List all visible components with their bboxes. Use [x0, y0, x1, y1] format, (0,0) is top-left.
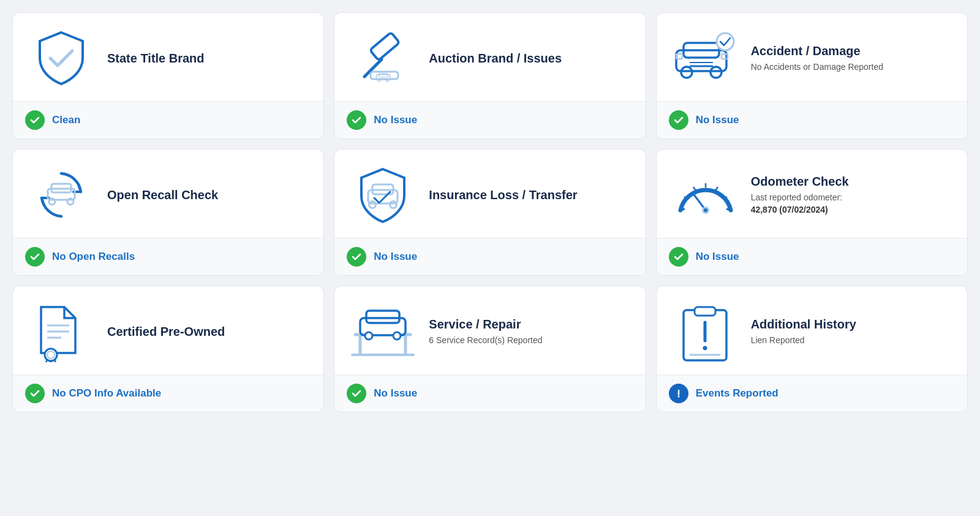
status-icon-green: [669, 247, 688, 267]
svg-point-22: [369, 202, 376, 208]
card-title: Certified Pre-Owned: [107, 324, 225, 340]
card-title: Open Recall Check: [107, 187, 218, 203]
card-top: Open Recall Check: [13, 150, 323, 238]
svg-rect-2: [371, 72, 398, 79]
svg-line-30: [726, 209, 731, 210]
card-info: Service / Repair 6 Service Record(s) Rep…: [429, 316, 542, 347]
card-auction-brand: Auction Brand / Issues No Issue: [334, 12, 646, 139]
card-info: Open Recall Check: [107, 187, 218, 203]
svg-point-18: [49, 199, 55, 205]
card-subtitle: 6 Service Record(s) Reported: [429, 335, 542, 347]
card-title: Odometer Check: [751, 173, 849, 189]
status-label: Events Reported: [696, 387, 778, 400]
card-top: State Title Brand: [13, 13, 323, 101]
card-top: Certified Pre-Owned: [13, 286, 323, 374]
speedometer-icon: [671, 167, 739, 222]
card-top: Additional History Lien Reported: [657, 286, 967, 374]
status-icon-green: [347, 110, 366, 130]
svg-line-24: [680, 209, 685, 210]
card-title: Auction Brand / Issues: [429, 50, 562, 66]
card-info: State Title Brand: [107, 50, 205, 66]
card-open-recall: Open Recall Check No Open Recalls: [12, 149, 324, 276]
svg-rect-4: [379, 74, 388, 77]
svg-point-45: [365, 332, 372, 340]
status-icon-green: [669, 110, 688, 130]
status-icon-green: [25, 384, 45, 403]
card-accident-damage: Accident / Damage No Accidents or Damage…: [656, 12, 968, 139]
status-icon-green: [347, 247, 366, 267]
card-bottom: No Issue: [657, 101, 967, 138]
document-exclaim-icon: [671, 301, 739, 362]
card-subtitle: Last reported odometer:42,870 (07/02/202…: [751, 192, 849, 216]
svg-point-23: [390, 202, 397, 208]
card-info: Auction Brand / Issues: [429, 50, 562, 66]
card-top: Odometer Check Last reported odometer:42…: [657, 150, 967, 238]
card-certified-pre-owned: Certified Pre-Owned No CPO Info Availabl…: [12, 286, 324, 412]
status-icon-green: [347, 384, 366, 403]
status-icon-blue: [669, 384, 688, 403]
card-additional-history: Additional History Lien Reported Events …: [656, 286, 968, 412]
svg-point-46: [393, 332, 401, 340]
gavel-icon: [349, 28, 417, 89]
card-title: State Title Brand: [107, 50, 205, 66]
card-info: Additional History Lien Reported: [751, 316, 856, 347]
svg-line-28: [715, 187, 718, 191]
status-label: Clean: [52, 114, 80, 126]
card-info: Insurance Loss / Transfer: [429, 187, 577, 203]
status-label: No Issue: [374, 251, 417, 263]
card-info: Accident / Damage No Accidents or Damage…: [751, 43, 883, 74]
status-label: No Open Recalls: [52, 251, 135, 263]
card-subtitle: Lien Reported: [751, 335, 856, 347]
status-label: No Issue: [374, 114, 417, 126]
svg-point-15: [717, 33, 734, 50]
status-label: No Issue: [696, 114, 739, 126]
card-title: Insurance Loss / Transfer: [429, 187, 577, 203]
card-info: Odometer Check Last reported odometer:42…: [751, 173, 849, 216]
card-top: Insurance Loss / Transfer: [334, 150, 645, 238]
card-insurance-loss: Insurance Loss / Transfer No Issue: [334, 149, 646, 276]
shield-car-icon: [349, 164, 417, 226]
car-refresh-icon: [28, 167, 95, 222]
svg-point-14: [710, 67, 722, 78]
card-odometer-check: Odometer Check Last reported odometer:42…: [656, 149, 968, 276]
svg-point-13: [681, 67, 692, 78]
cards-grid: State Title Brand Clean: [12, 12, 968, 412]
card-title: Additional History: [751, 316, 856, 332]
card-bottom: Events Reported: [657, 374, 967, 412]
card-bottom: Clean: [13, 101, 323, 138]
card-bottom: No Issue: [334, 374, 645, 412]
card-bottom: No CPO Info Available: [13, 374, 323, 412]
card-top: Auction Brand / Issues: [334, 13, 645, 101]
card-bottom: No Issue: [657, 238, 967, 275]
status-label: No CPO Info Available: [52, 387, 161, 400]
status-icon-green: [25, 110, 45, 130]
card-subtitle: No Accidents or Damage Reported: [751, 61, 883, 74]
card-bottom: No Issue: [334, 101, 645, 138]
certificate-icon: [28, 301, 95, 362]
card-bottom: No Issue: [334, 238, 645, 275]
svg-rect-49: [695, 307, 715, 316]
card-state-title-brand: State Title Brand Clean: [12, 12, 324, 139]
shield-check-icon: [28, 28, 95, 89]
status-label: No Issue: [696, 251, 739, 263]
status-icon-green: [25, 247, 45, 267]
card-service-repair: Service / Repair 6 Service Record(s) Rep…: [334, 286, 646, 412]
card-title: Accident / Damage: [751, 43, 883, 59]
svg-point-33: [704, 208, 707, 212]
svg-line-26: [693, 187, 696, 191]
card-info: Certified Pre-Owned: [107, 324, 225, 340]
svg-point-51: [703, 346, 707, 351]
card-top: Service / Repair 6 Service Record(s) Rep…: [334, 286, 645, 374]
svg-rect-0: [370, 32, 400, 61]
car-lift-icon: [349, 301, 417, 362]
status-label: No Issue: [374, 387, 417, 400]
svg-rect-44: [366, 311, 399, 323]
card-title: Service / Repair: [429, 316, 542, 332]
card-bottom: No Open Recalls: [13, 238, 323, 275]
svg-point-54: [677, 396, 679, 398]
card-top: Accident / Damage No Accidents or Damage…: [657, 13, 967, 101]
svg-point-19: [67, 199, 74, 205]
car-check-icon: [671, 31, 739, 86]
